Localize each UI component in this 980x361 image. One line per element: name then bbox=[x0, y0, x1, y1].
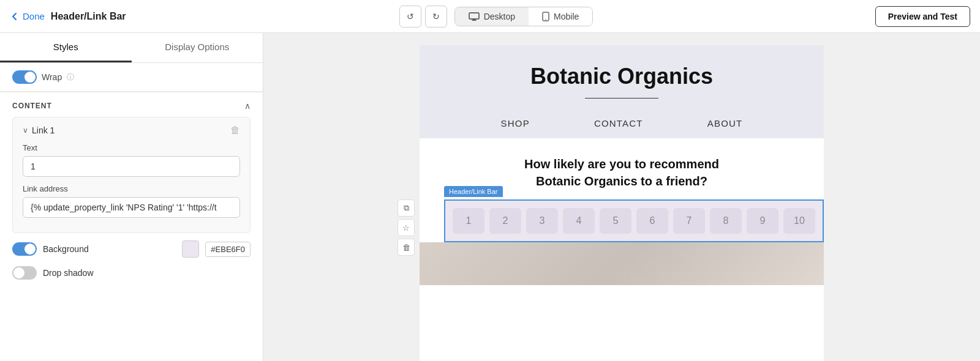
link-address-label: Link address bbox=[23, 184, 240, 193]
link-address-input[interactable] bbox=[23, 197, 240, 218]
background-label: Background bbox=[43, 244, 176, 254]
panel-content: Wrap ⓘ CONTENT ∧ ∨ Link 1 🗑 bbox=[0, 63, 263, 361]
link1-title: Link 1 bbox=[32, 125, 55, 135]
nps-btn-1[interactable]: 1 bbox=[453, 208, 484, 234]
top-bar-center: ↺ ↻ Desktop Mobile bbox=[152, 6, 840, 28]
survey-title: How likely are you to recommendBotanic O… bbox=[432, 155, 812, 190]
desktop-view-button[interactable]: Desktop bbox=[455, 7, 529, 26]
drop-shadow-label: Drop shadow bbox=[43, 268, 94, 278]
done-label: Done bbox=[23, 11, 45, 21]
nps-btn-3[interactable]: 3 bbox=[526, 208, 558, 234]
done-button[interactable]: Done bbox=[10, 11, 45, 21]
left-panel: Styles Display Options Wrap ⓘ CONTENT ∧ bbox=[0, 33, 263, 361]
nps-btn-6[interactable]: 6 bbox=[636, 208, 668, 234]
drop-shadow-row: Drop shadow bbox=[12, 266, 251, 280]
text-field-label: Text bbox=[23, 143, 240, 152]
wrap-info-icon: ⓘ bbox=[67, 72, 74, 83]
link1-item: ∨ Link 1 🗑 Text Link address bbox=[12, 117, 251, 233]
main-layout: Styles Display Options Wrap ⓘ CONTENT ∧ bbox=[0, 33, 980, 361]
copy-icon[interactable]: ⧉ bbox=[398, 199, 415, 217]
link-address-group: Link address bbox=[23, 184, 240, 218]
star-icon[interactable]: ☆ bbox=[398, 219, 415, 236]
top-bar-left: Done Header/Link Bar bbox=[10, 11, 145, 22]
nps-btn-8[interactable]: 8 bbox=[710, 208, 742, 234]
color-code[interactable]: #EBE6F0 bbox=[205, 242, 251, 257]
trash-icon[interactable]: 🗑 bbox=[398, 239, 415, 256]
site-nav: SHOP CONTACT ABOUT bbox=[432, 108, 812, 138]
tab-styles[interactable]: Styles bbox=[0, 33, 132, 62]
undo-redo-group: ↺ ↻ bbox=[399, 6, 447, 28]
nav-item-contact: CONTACT bbox=[594, 118, 643, 128]
wrap-toggle[interactable] bbox=[12, 70, 37, 84]
undo-button[interactable]: ↺ bbox=[399, 6, 421, 28]
background-row: Background #EBE6F0 bbox=[12, 240, 251, 258]
top-bar-right: Preview and Test bbox=[848, 6, 970, 27]
link-bar-inner: 1 2 3 4 5 6 7 8 9 10 bbox=[445, 201, 823, 241]
color-swatch[interactable] bbox=[182, 240, 199, 258]
nav-item-shop: SHOP bbox=[501, 118, 530, 128]
site-title: Botanic Organics bbox=[432, 64, 812, 89]
top-bar: Done Header/Link Bar ↺ ↻ Desktop Mobile … bbox=[0, 0, 980, 33]
svg-rect-0 bbox=[469, 13, 479, 19]
nps-btn-2[interactable]: 2 bbox=[489, 208, 521, 234]
view-toggle: Desktop Mobile bbox=[454, 7, 594, 26]
content-section-header: CONTENT ∧ bbox=[0, 92, 263, 117]
link-bar-border: 1 2 3 4 5 6 7 8 9 10 bbox=[444, 199, 824, 242]
drop-shadow-knob bbox=[13, 267, 24, 278]
content-section-collapse[interactable]: ∧ bbox=[244, 101, 251, 111]
float-actions: ⧉ ☆ 🗑 bbox=[398, 199, 415, 256]
page-title: Header/Link Bar bbox=[51, 11, 126, 22]
preview-container: Botanic Organics SHOP CONTACT ABOUT How … bbox=[420, 45, 824, 361]
site-header: Botanic Organics SHOP CONTACT ABOUT bbox=[420, 45, 824, 138]
redo-button[interactable]: ↻ bbox=[425, 6, 447, 28]
nav-item-about: ABOUT bbox=[707, 118, 743, 128]
link-bar-label: Header/Link Bar bbox=[444, 186, 503, 197]
wrap-toggle-knob bbox=[24, 72, 36, 83]
link-bar-labeled: Header/Link Bar 1 2 3 4 5 6 7 8 9 10 bbox=[444, 199, 824, 242]
wrap-label: Wrap bbox=[42, 72, 62, 82]
nps-btn-4[interactable]: 4 bbox=[563, 208, 595, 234]
link-bar-wrapper: ⧉ ☆ 🗑 Header/Link Bar 1 2 3 4 5 6 bbox=[420, 199, 824, 242]
link1-label: ∨ Link 1 bbox=[23, 125, 55, 135]
mobile-view-button[interactable]: Mobile bbox=[529, 7, 592, 26]
background-toggle[interactable] bbox=[12, 242, 37, 256]
preview-panel: Botanic Organics SHOP CONTACT ABOUT How … bbox=[263, 33, 980, 361]
background-toggle-knob bbox=[24, 244, 36, 255]
mobile-label: Mobile bbox=[554, 12, 579, 21]
site-divider bbox=[585, 98, 658, 99]
tab-display-options[interactable]: Display Options bbox=[132, 33, 263, 62]
wrap-section: Wrap ⓘ bbox=[0, 63, 263, 92]
drop-shadow-toggle[interactable] bbox=[12, 266, 37, 280]
nps-btn-5[interactable]: 5 bbox=[600, 208, 631, 234]
nps-btn-10[interactable]: 10 bbox=[783, 208, 815, 234]
text-input[interactable] bbox=[23, 156, 240, 177]
nps-btn-7[interactable]: 7 bbox=[673, 208, 705, 234]
content-section-body: ∨ Link 1 🗑 Text Link address bbox=[0, 117, 263, 289]
link1-header: ∨ Link 1 🗑 bbox=[23, 125, 240, 136]
svg-point-2 bbox=[545, 19, 546, 20]
text-field-group: Text bbox=[23, 143, 240, 177]
content-section-title: CONTENT bbox=[12, 102, 52, 110]
desktop-label: Desktop bbox=[484, 12, 515, 21]
nps-btn-9[interactable]: 9 bbox=[747, 208, 778, 234]
preview-test-button[interactable]: Preview and Test bbox=[875, 6, 970, 27]
tabs: Styles Display Options bbox=[0, 33, 263, 63]
link1-delete-icon[interactable]: 🗑 bbox=[230, 125, 240, 136]
bottom-image bbox=[420, 242, 824, 285]
link1-chevron-icon: ∨ bbox=[23, 126, 28, 135]
